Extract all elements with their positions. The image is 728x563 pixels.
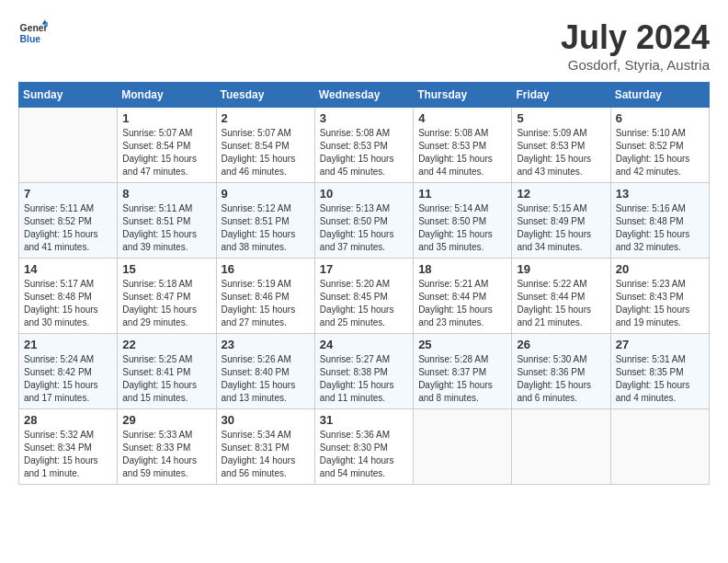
day-cell-11: 11Sunrise: 5:14 AMSunset: 8:50 PMDayligh… — [414, 183, 512, 259]
day-number: 17 — [320, 262, 408, 276]
day-number: 11 — [418, 187, 506, 201]
weekday-header-monday: Monday — [118, 83, 216, 108]
day-number: 31 — [320, 413, 408, 427]
day-cell-2: 2Sunrise: 5:07 AMSunset: 8:54 PMDaylight… — [216, 108, 314, 183]
week-row-5: 28Sunrise: 5:32 AMSunset: 8:34 PMDayligh… — [19, 409, 710, 485]
day-info: Sunrise: 5:20 AMSunset: 8:45 PMDaylight:… — [320, 278, 408, 329]
day-number: 5 — [517, 111, 605, 125]
day-info: Sunrise: 5:10 AMSunset: 8:52 PMDaylight:… — [616, 127, 704, 178]
day-cell-6: 6Sunrise: 5:10 AMSunset: 8:52 PMDaylight… — [610, 108, 709, 183]
day-cell-27: 27Sunrise: 5:31 AMSunset: 8:35 PMDayligh… — [610, 334, 709, 409]
day-number: 2 — [222, 111, 310, 125]
day-cell-7: 7Sunrise: 5:11 AMSunset: 8:52 PMDaylight… — [19, 183, 118, 259]
day-cell-23: 23Sunrise: 5:26 AMSunset: 8:40 PMDayligh… — [216, 334, 314, 409]
empty-cell — [414, 409, 512, 485]
day-number: 22 — [122, 338, 210, 351]
day-number: 4 — [418, 111, 506, 125]
day-info: Sunrise: 5:08 AMSunset: 8:53 PMDaylight:… — [418, 127, 506, 178]
weekday-header-sunday: Sunday — [19, 83, 118, 108]
day-info: Sunrise: 5:23 AMSunset: 8:43 PMDaylight:… — [616, 278, 704, 329]
svg-text:Blue: Blue — [20, 34, 41, 44]
day-number: 14 — [24, 262, 112, 276]
day-number: 1 — [122, 111, 210, 125]
day-cell-18: 18Sunrise: 5:21 AMSunset: 8:44 PMDayligh… — [414, 259, 512, 334]
day-cell-12: 12Sunrise: 5:15 AMSunset: 8:49 PMDayligh… — [512, 183, 610, 259]
day-cell-10: 10Sunrise: 5:13 AMSunset: 8:50 PMDayligh… — [314, 183, 413, 259]
day-cell-24: 24Sunrise: 5:27 AMSunset: 8:38 PMDayligh… — [314, 334, 413, 409]
day-number: 28 — [24, 413, 112, 427]
weekday-header-thursday: Thursday — [414, 83, 512, 108]
day-info: Sunrise: 5:28 AMSunset: 8:37 PMDaylight:… — [418, 353, 506, 405]
day-cell-16: 16Sunrise: 5:19 AMSunset: 8:46 PMDayligh… — [216, 259, 314, 334]
day-info: Sunrise: 5:36 AMSunset: 8:30 PMDaylight:… — [320, 429, 408, 480]
day-info: Sunrise: 5:11 AMSunset: 8:51 PMDaylight:… — [122, 202, 210, 254]
day-number: 16 — [222, 262, 310, 276]
day-cell-22: 22Sunrise: 5:25 AMSunset: 8:41 PMDayligh… — [118, 334, 216, 409]
day-cell-3: 3Sunrise: 5:08 AMSunset: 8:53 PMDaylight… — [314, 108, 413, 183]
svg-text:General: General — [20, 23, 48, 33]
day-number: 13 — [616, 187, 704, 201]
day-number: 7 — [24, 187, 112, 201]
day-info: Sunrise: 5:24 AMSunset: 8:42 PMDaylight:… — [24, 353, 112, 405]
day-cell-17: 17Sunrise: 5:20 AMSunset: 8:45 PMDayligh… — [314, 259, 413, 334]
day-info: Sunrise: 5:16 AMSunset: 8:48 PMDaylight:… — [616, 202, 704, 254]
day-cell-31: 31Sunrise: 5:36 AMSunset: 8:30 PMDayligh… — [314, 409, 413, 485]
logo-icon: General Blue — [18, 18, 48, 48]
day-number: 12 — [517, 187, 605, 201]
day-cell-9: 9Sunrise: 5:12 AMSunset: 8:51 PMDaylight… — [216, 183, 314, 259]
day-number: 10 — [320, 187, 408, 201]
day-number: 19 — [517, 262, 605, 276]
day-info: Sunrise: 5:31 AMSunset: 8:35 PMDaylight:… — [616, 353, 704, 405]
month-year-title: July 2024 — [561, 18, 710, 57]
day-info: Sunrise: 5:30 AMSunset: 8:36 PMDaylight:… — [517, 353, 605, 405]
day-info: Sunrise: 5:27 AMSunset: 8:38 PMDaylight:… — [320, 353, 408, 405]
day-info: Sunrise: 5:32 AMSunset: 8:34 PMDaylight:… — [24, 429, 112, 480]
day-number: 23 — [222, 338, 310, 351]
day-cell-25: 25Sunrise: 5:28 AMSunset: 8:37 PMDayligh… — [414, 334, 512, 409]
day-cell-21: 21Sunrise: 5:24 AMSunset: 8:42 PMDayligh… — [19, 334, 118, 409]
empty-cell — [610, 409, 709, 485]
empty-cell — [512, 409, 610, 485]
day-cell-15: 15Sunrise: 5:18 AMSunset: 8:47 PMDayligh… — [118, 259, 216, 334]
weekday-header-row: SundayMondayTuesdayWednesdayThursdayFrid… — [19, 83, 710, 108]
week-row-3: 14Sunrise: 5:17 AMSunset: 8:48 PMDayligh… — [19, 259, 710, 334]
day-number: 20 — [616, 262, 704, 276]
day-number: 30 — [222, 413, 310, 427]
day-info: Sunrise: 5:34 AMSunset: 8:31 PMDaylight:… — [222, 429, 310, 480]
day-info: Sunrise: 5:14 AMSunset: 8:50 PMDaylight:… — [418, 202, 506, 254]
day-info: Sunrise: 5:07 AMSunset: 8:54 PMDaylight:… — [122, 127, 210, 178]
day-info: Sunrise: 5:18 AMSunset: 8:47 PMDaylight:… — [122, 278, 210, 329]
day-info: Sunrise: 5:33 AMSunset: 8:33 PMDaylight:… — [122, 429, 210, 480]
day-info: Sunrise: 5:08 AMSunset: 8:53 PMDaylight:… — [320, 127, 408, 178]
title-block: July 2024 Gosdorf, Styria, Austria — [561, 18, 710, 73]
day-number: 18 — [418, 262, 506, 276]
day-cell-13: 13Sunrise: 5:16 AMSunset: 8:48 PMDayligh… — [610, 183, 709, 259]
day-cell-29: 29Sunrise: 5:33 AMSunset: 8:33 PMDayligh… — [118, 409, 216, 485]
day-info: Sunrise: 5:26 AMSunset: 8:40 PMDaylight:… — [222, 353, 310, 405]
day-cell-20: 20Sunrise: 5:23 AMSunset: 8:43 PMDayligh… — [610, 259, 709, 334]
day-number: 15 — [122, 262, 210, 276]
day-cell-1: 1Sunrise: 5:07 AMSunset: 8:54 PMDaylight… — [118, 108, 216, 183]
logo: General Blue — [18, 18, 48, 48]
day-number: 21 — [24, 338, 112, 351]
day-info: Sunrise: 5:25 AMSunset: 8:41 PMDaylight:… — [122, 353, 210, 405]
week-row-2: 7Sunrise: 5:11 AMSunset: 8:52 PMDaylight… — [19, 183, 710, 259]
day-info: Sunrise: 5:07 AMSunset: 8:54 PMDaylight:… — [222, 127, 310, 178]
week-row-4: 21Sunrise: 5:24 AMSunset: 8:42 PMDayligh… — [19, 334, 710, 409]
location-subtitle: Gosdorf, Styria, Austria — [561, 57, 710, 73]
day-info: Sunrise: 5:22 AMSunset: 8:44 PMDaylight:… — [517, 278, 605, 329]
weekday-header-tuesday: Tuesday — [216, 83, 314, 108]
day-info: Sunrise: 5:21 AMSunset: 8:44 PMDaylight:… — [418, 278, 506, 329]
day-number: 3 — [320, 111, 408, 125]
page-header: General Blue July 2024 Gosdorf, Styria, … — [18, 18, 710, 73]
day-cell-30: 30Sunrise: 5:34 AMSunset: 8:31 PMDayligh… — [216, 409, 314, 485]
day-cell-28: 28Sunrise: 5:32 AMSunset: 8:34 PMDayligh… — [19, 409, 118, 485]
day-cell-8: 8Sunrise: 5:11 AMSunset: 8:51 PMDaylight… — [118, 183, 216, 259]
day-cell-4: 4Sunrise: 5:08 AMSunset: 8:53 PMDaylight… — [414, 108, 512, 183]
day-cell-26: 26Sunrise: 5:30 AMSunset: 8:36 PMDayligh… — [512, 334, 610, 409]
weekday-header-wednesday: Wednesday — [314, 83, 413, 108]
day-cell-19: 19Sunrise: 5:22 AMSunset: 8:44 PMDayligh… — [512, 259, 610, 334]
day-info: Sunrise: 5:09 AMSunset: 8:53 PMDaylight:… — [517, 127, 605, 178]
day-number: 8 — [122, 187, 210, 201]
day-number: 29 — [122, 413, 210, 427]
